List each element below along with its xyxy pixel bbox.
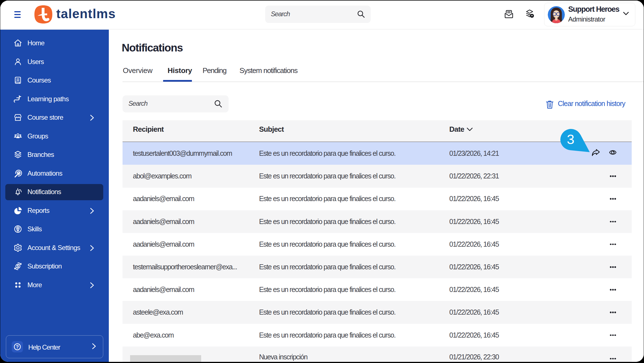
svg-text:?: ?: [16, 344, 19, 350]
svg-text:3: 3: [567, 132, 574, 147]
svg-text:$: $: [17, 264, 19, 268]
